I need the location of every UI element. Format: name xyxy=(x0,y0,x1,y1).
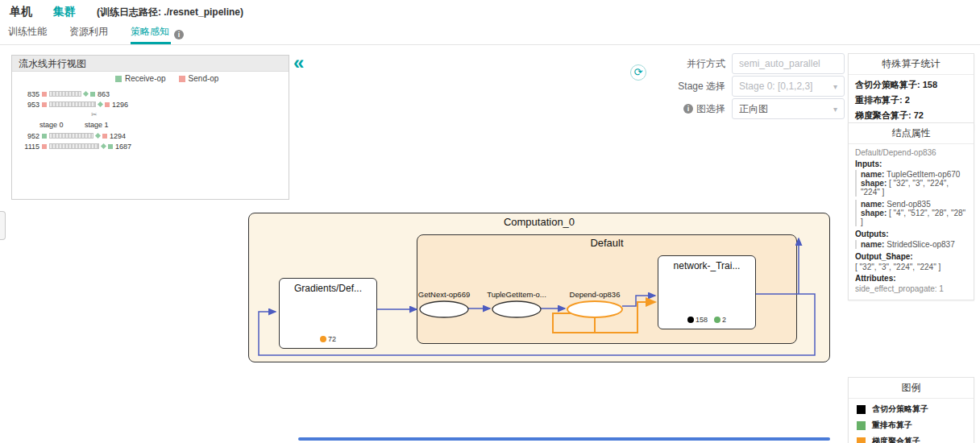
green-dot-icon xyxy=(714,317,720,323)
pipeline-row[interactable]: 1115 1687 xyxy=(12,142,289,151)
legend-send-op: Send-op xyxy=(179,74,219,83)
receive-square-icon xyxy=(90,92,95,97)
parallel-mode-input[interactable]: semi_auto_parallel xyxy=(732,53,845,74)
attributes-label: Attributes: xyxy=(855,274,967,283)
main-content: 流水线并行视图 Receive-op Send-op 835 863 xyxy=(0,45,980,443)
stat-label: 含切分策略算子: xyxy=(855,80,920,89)
receive-square-icon xyxy=(108,144,113,149)
receive-op-label: Receive-op xyxy=(125,74,166,83)
tab-resource-utilization[interactable]: 资源利用 xyxy=(69,25,108,44)
gradients-badges: 72 xyxy=(280,335,376,343)
stat-gradient-agg-ops: 梯度聚合算子: 72 xyxy=(855,110,967,122)
input-item: name: TupleGetItem-op670 shape: [ "32", … xyxy=(855,170,967,197)
node-attrs-panel: 结点属性 Default/Depend-op836 Inputs: name: … xyxy=(848,122,974,300)
gradients-node-label: Gradients/Def... xyxy=(280,283,376,294)
input-item: name: Send-op835 shape: [ "4", "512", "2… xyxy=(855,200,967,226)
top-header: 单机 集群 (训练日志路径: ./resnet_pipeline) xyxy=(0,0,980,24)
stat-value: 72 xyxy=(914,110,924,120)
computation-graph[interactable]: Computation_0 Default xyxy=(248,213,830,362)
receive-square-icon xyxy=(42,134,47,139)
name-key: name: xyxy=(861,240,884,249)
refresh-icon[interactable]: ⟳ xyxy=(630,64,646,81)
pipeline-panel-body: Receive-op Send-op 835 863 953 xyxy=(12,72,289,151)
input-shape: shape: [ "32", "3", "224", "224" ] xyxy=(861,179,967,197)
receive-marker-icon xyxy=(83,91,89,97)
graph-info-icon[interactable]: i xyxy=(683,104,693,114)
legend-title: 图例 xyxy=(849,378,974,399)
graph-legend-panel: 图例 含切分策略算子 重排布算子 梯度聚合算子 xyxy=(848,377,974,443)
send-marker-icon xyxy=(42,102,47,107)
legend-item-sharded: 含切分策略算子 xyxy=(857,404,965,415)
gradients-node[interactable]: Gradients/Def... 72 xyxy=(279,278,377,349)
op-id-left: 953 xyxy=(19,101,39,109)
legend-item-label: 梯度聚合算子 xyxy=(872,436,920,443)
gradient-agg-badge: 72 xyxy=(320,335,336,343)
duration-bar xyxy=(49,143,99,149)
op-id-right: 1296 xyxy=(112,101,128,109)
nav-info-icon[interactable]: i xyxy=(174,30,184,39)
tab-training-performance[interactable]: 训练性能 xyxy=(8,25,47,44)
badge-count: 2 xyxy=(722,316,726,324)
sub-nav: 训练性能 资源利用 策略感知 i xyxy=(0,24,980,45)
legend-item-label: 重排布算子 xyxy=(872,420,912,431)
sharded-badge: 158 xyxy=(687,316,708,324)
collapse-panel-icon[interactable]: « xyxy=(293,53,304,72)
training-log-path: (训练日志路径: ./resnet_pipeline) xyxy=(97,6,243,19)
output-name: name: StridedSlice-op837 xyxy=(861,240,967,249)
name-value: StridedSlice-op837 xyxy=(887,240,955,249)
green-swatch xyxy=(857,421,866,430)
stage-select-value: Stage 0: [0,1,2,3] xyxy=(739,81,812,92)
pipeline-row[interactable]: 835 863 xyxy=(12,89,289,98)
pipeline-row[interactable]: 953 1296 xyxy=(12,100,289,109)
op-id-right: 863 xyxy=(98,90,110,98)
graph-select-label: i图选择 xyxy=(667,102,725,116)
parallel-mode-row: 并行方式 semi_auto_parallel xyxy=(667,53,845,74)
horizontal-scrollbar[interactable] xyxy=(298,437,830,441)
graph-select[interactable]: 正向图 ▾ xyxy=(732,98,845,119)
stage-select[interactable]: Stage 0: [0,1,2,3] ▾ xyxy=(732,76,845,97)
parallel-mode-value: semi_auto_parallel xyxy=(739,58,820,69)
stat-sharded-ops: 含切分策略算子: 158 xyxy=(855,79,967,91)
parallel-mode-label: 并行方式 xyxy=(667,57,725,71)
send-op-label: Send-op xyxy=(189,74,219,83)
output-shape-label: Output_Shape: xyxy=(855,252,967,261)
pipeline-rows-bottom: 952 1294 1115 1687 xyxy=(12,131,289,151)
receive-op-swatch xyxy=(115,76,122,82)
tab-cluster[interactable]: 集群 xyxy=(53,5,76,19)
attributes-value: side_effect_propagate: 1 xyxy=(855,284,967,293)
tab-standalone[interactable]: 单机 xyxy=(10,5,32,19)
network-node-label: network-_Trai... xyxy=(658,260,755,271)
stage-1-label: stage 1 xyxy=(85,121,109,129)
node-name: Default/Depend-op836 xyxy=(855,148,967,157)
black-swatch xyxy=(857,405,866,414)
op-id-left: 952 xyxy=(19,132,39,140)
special-ops-panel: 特殊算子统计 含切分策略算子: 158 重排布算子: 2 梯度聚合算子: 72 xyxy=(848,53,974,131)
op-id-left: 835 xyxy=(19,90,39,98)
network-node[interactable]: network-_Trai... 158 2 xyxy=(658,255,756,329)
stat-label: 梯度聚合算子: xyxy=(855,110,911,120)
shape-key: shape: xyxy=(861,179,887,188)
tab-strategy-perception[interactable]: 策略感知 xyxy=(131,25,169,44)
duration-bar xyxy=(49,101,96,107)
op-id-right: 1687 xyxy=(115,143,131,151)
chevron-down-icon: ▾ xyxy=(833,105,837,114)
shape-key: shape: xyxy=(861,209,887,217)
badge-count: 158 xyxy=(696,316,708,324)
left-drawer-handle[interactable] xyxy=(0,211,6,240)
legend-body: 含切分策略算子 重排布算子 梯度聚合算子 xyxy=(849,399,974,443)
stat-redistribution-ops: 重排布算子: 2 xyxy=(855,94,967,106)
name-key: name: xyxy=(861,170,884,179)
stage-marker-icon: ✂ xyxy=(91,110,98,118)
stage-labels: ✂ stage 0 stage 1 xyxy=(12,110,289,131)
legend-item-label: 含切分策略算子 xyxy=(872,404,928,415)
input-shape: shape: [ "4", "512", "28", "28" ] xyxy=(861,209,967,226)
send-marker-icon xyxy=(42,92,47,97)
send-square-icon xyxy=(102,134,107,139)
pipeline-row[interactable]: 952 1294 xyxy=(12,131,289,140)
network-badges: 158 2 xyxy=(658,316,755,324)
stat-value: 158 xyxy=(923,80,937,89)
stat-label: 重排布算子: xyxy=(855,95,903,105)
send-marker-icon xyxy=(42,144,47,149)
legend-receive-op: Receive-op xyxy=(115,74,166,83)
pipeline-parallel-panel: 流水线并行视图 Receive-op Send-op 835 863 xyxy=(11,55,289,200)
